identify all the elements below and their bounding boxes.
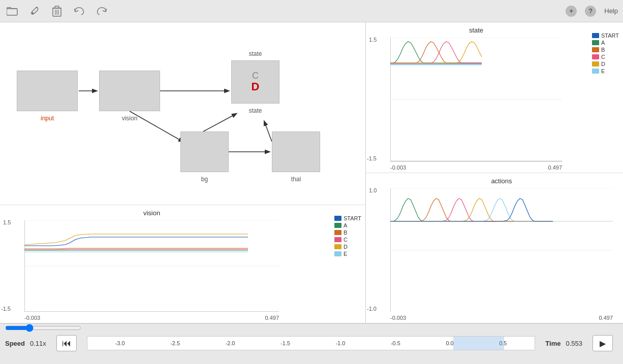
vision-x-right: 0.497 [265,315,279,321]
actions-chart-svg [390,188,613,312]
node-state-top-label: state [231,50,279,57]
legend-d: D [334,244,361,250]
main-area: input vision C D state state bg thal vis… [0,22,623,323]
folder-icon[interactable] [5,4,19,18]
vision-y-top: 1.5 [3,219,11,225]
node-thal-label: thal [272,176,320,183]
undo-icon[interactable] [72,4,86,18]
node-vision-label: vision [99,115,160,122]
timeline-highlight [453,337,504,350]
timeline-track[interactable]: -3.0 -2.5 -2.0 -1.5 -1.0 -0.5 0.0 0.5 [87,336,536,350]
svg-rect-0 [7,9,17,15]
vision-chart: vision 1.5 -1.5 -0.003 0.497 START A B C… [0,205,365,323]
legend-e: E [334,251,361,257]
question-icon[interactable]: ? [585,6,596,17]
actions-chart-title: actions [390,177,613,185]
svg-point-1 [32,12,34,14]
state-letter-c: C [252,71,259,81]
vision-legend: START A B C D E [334,215,361,257]
help-circle-icon[interactable]: + [566,6,577,17]
state-chart-svg [390,38,562,161]
tick-3: -2.0 [226,340,235,346]
state-chart-title: state [390,26,562,34]
node-thal[interactable] [272,131,320,172]
left-panel: input vision C D state state bg thal vis… [0,22,366,323]
right-panel: state 1.5 -1.5 -0.003 0.497 START A B C … [366,22,623,323]
legend-a: A [334,222,361,228]
actions-y-bottom: -1.0 [367,306,377,312]
network-diagram[interactable]: input vision C D state state bg thal [0,22,365,205]
actions-chart: actions 1.0 -1.0 -0.003 0.497 [366,173,623,324]
svg-rect-4 [55,6,59,8]
speed-label: Speed [5,340,25,347]
tick-5: -1.0 [335,340,345,346]
node-input[interactable] [17,71,78,111]
state-x-left: -0.003 [390,164,406,171]
legend-d: D [592,61,619,67]
vision-chart-title: vision [24,209,279,217]
state-letter-d: D [252,81,260,93]
svg-line-13 [264,121,272,142]
vision-x-left: -0.003 [24,315,40,321]
node-vision[interactable] [99,71,160,111]
actions-x-left: -0.003 [390,315,406,321]
legend-a: A [592,40,619,46]
legend-start: START [334,215,361,221]
tick-2: -2.5 [170,340,180,346]
state-y-top: 1.5 [369,37,377,43]
redo-icon[interactable] [95,4,109,18]
wrench-icon[interactable] [27,4,42,18]
speed-slider[interactable] [5,324,81,332]
toolbar: + ? Help [0,0,623,22]
help-label[interactable]: Help [604,7,618,15]
state-chart: state 1.5 -1.5 -0.003 0.497 START A B C … [366,22,623,173]
node-state-bottom-label: state [231,107,279,114]
legend-b: B [334,229,361,236]
node-bg-label: bg [180,176,229,183]
controls-row: Speed 0.11x ⏮ -3.0 -2.5 -2.0 -1.5 -1.0 -… [0,332,623,354]
actions-x-right: 0.497 [599,315,613,321]
play-button[interactable]: ▶ [593,335,613,351]
legend-e: E [592,68,619,74]
tick-4: -1.5 [281,340,290,346]
time-value: 0.553 [566,340,582,347]
legend-start: START [592,32,619,39]
time-label: Time [545,340,560,347]
speed-slider-row [0,324,623,332]
actions-y-top: 1.0 [369,187,377,193]
bottom-panel: Speed 0.11x ⏮ -3.0 -2.5 -2.0 -1.5 -1.0 -… [0,323,623,364]
tick-6: -0.5 [391,340,400,346]
legend-c: C [334,237,361,243]
node-input-label: input [17,115,78,122]
speed-value: 0.11x [30,340,46,347]
trash-icon[interactable] [50,4,64,18]
svg-line-11 [203,114,236,131]
legend-b: B [592,47,619,53]
vision-y-bottom: -1.5 [1,306,11,312]
state-y-bottom: -1.5 [367,155,377,161]
node-state[interactable]: C D [231,60,279,104]
legend-c: C [592,54,619,60]
state-x-right: 0.497 [548,164,562,171]
tick-1: -3.0 [115,340,125,346]
vision-chart-svg [24,220,279,312]
node-bg[interactable] [180,131,229,172]
state-legend: START A B C D E [592,32,619,74]
tick-7: 0.0 [446,340,453,346]
rewind-button[interactable]: ⏮ [56,335,77,351]
